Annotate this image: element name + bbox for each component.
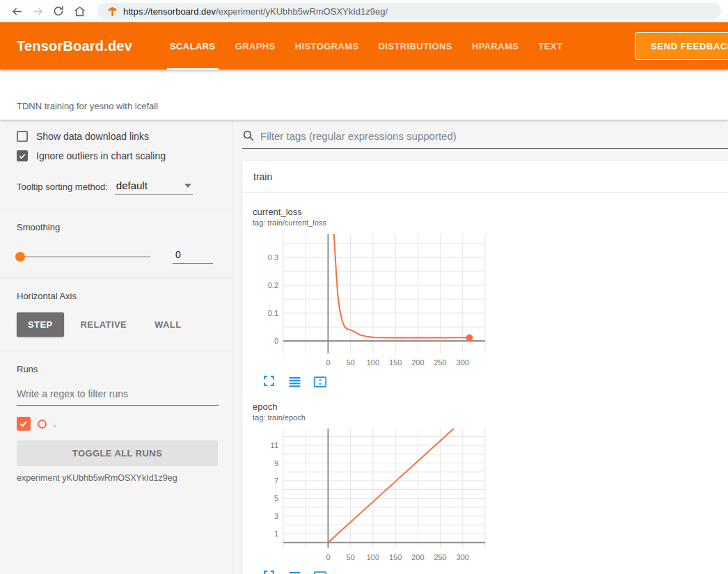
- fit-domain-icon[interactable]: [312, 374, 327, 389]
- run-name: .: [54, 419, 56, 429]
- tooltip-sorting-label: Tooltip sorting method:: [17, 182, 108, 195]
- fit-domain-icon[interactable]: [312, 569, 327, 574]
- svg-text:9: 9: [274, 459, 278, 468]
- smoothing-value[interactable]: 0: [173, 249, 213, 264]
- horizontal-axis-label: Horizontal Axis: [17, 291, 219, 301]
- smoothing-slider[interactable]: [17, 256, 150, 257]
- svg-text:5: 5: [274, 494, 278, 502]
- tab-histograms[interactable]: HISTOGRAMS: [285, 22, 369, 70]
- run-color-swatch: [38, 420, 47, 429]
- section-header-train[interactable]: train: [242, 161, 728, 193]
- svg-text:11: 11: [271, 441, 278, 449]
- svg-text:200: 200: [411, 553, 424, 561]
- svg-text:0.1: 0.1: [268, 309, 278, 317]
- run-checkbox[interactable]: [17, 417, 31, 431]
- chart-plot-current_loss[interactable]: 05010015020025030000.10.20.3: [253, 231, 486, 372]
- horizontal-axis-buttons: STEPRELATIVEWALL: [17, 312, 219, 337]
- svg-text:50: 50: [347, 553, 355, 561]
- svg-text:300: 300: [457, 358, 469, 367]
- forward-icon[interactable]: [31, 4, 45, 18]
- run-row[interactable]: .: [17, 417, 219, 431]
- svg-text:0: 0: [326, 553, 330, 561]
- svg-text:100: 100: [367, 553, 379, 561]
- runs-label: Runs: [17, 364, 219, 374]
- send-feedback-button[interactable]: SEND FEEDBACK: [635, 32, 728, 60]
- tab-graphs[interactable]: GRAPHS: [225, 22, 285, 70]
- show-download-links-row[interactable]: Show data download links: [17, 131, 219, 142]
- fullscreen-icon[interactable]: [262, 374, 277, 389]
- url-text: https://tensorboard.dev/experiment/yKUbh…: [123, 6, 388, 17]
- tab-distributions[interactable]: DISTRIBUTIONS: [369, 22, 462, 70]
- svg-text:100: 100: [367, 358, 379, 367]
- url-host: https://tensorboard.dev: [123, 6, 216, 17]
- svg-text:300: 300: [457, 553, 469, 561]
- main-area: train current_losstag: train/current_los…: [233, 120, 728, 574]
- svg-text:50: 50: [347, 358, 355, 367]
- show-download-links-label: Show data download links: [36, 131, 149, 142]
- search-icon: [242, 129, 255, 142]
- app-header: TensorBoard.dev SCALARSGRAPHSHISTOGRAMSD…: [0, 22, 728, 70]
- svg-text:250: 250: [434, 358, 446, 367]
- back-icon[interactable]: [10, 4, 24, 18]
- fullscreen-icon[interactable]: [262, 569, 277, 574]
- experiment-title: TDNN training for yesno with icefall: [0, 101, 158, 120]
- chart-title: current_loss: [253, 207, 492, 217]
- settings-sidebar: Show data download links Ignore outliers…: [0, 120, 233, 574]
- chart-toolbar: [253, 374, 492, 389]
- sidebar-divider: [0, 278, 232, 278]
- svg-text:150: 150: [389, 553, 402, 561]
- smoothing-label: Smoothing: [17, 222, 219, 232]
- url-bar[interactable]: https://tensorboard.dev/experiment/yKUbh…: [97, 3, 721, 19]
- axis-option-wall[interactable]: WALL: [143, 312, 192, 337]
- svg-text:0.3: 0.3: [268, 253, 278, 262]
- chart-current_loss: current_losstag: train/current_loss05010…: [253, 207, 492, 389]
- chart-epoch: epochtag: train/epoch0501001502002503001…: [253, 401, 492, 574]
- toggle-all-runs-button[interactable]: TOGGLE ALL RUNS: [17, 440, 218, 466]
- svg-text:3: 3: [274, 512, 278, 520]
- ignore-outliers-label: Ignore outliers in chart scaling: [36, 150, 166, 161]
- browser-toolbar: https://tensorboard.dev/experiment/yKUbh…: [0, 0, 728, 22]
- tooltip-sorting-select[interactable]: default: [115, 180, 193, 195]
- runs-regex-input[interactable]: [17, 384, 219, 406]
- home-icon[interactable]: [72, 4, 86, 18]
- sidebar-divider: [0, 209, 232, 209]
- train-card: train current_losstag: train/current_los…: [242, 161, 728, 574]
- svg-text:150: 150: [389, 358, 402, 367]
- svg-text:1: 1: [274, 529, 278, 538]
- chart-tag: tag: train/epoch: [253, 413, 492, 422]
- filter-tags-input[interactable]: [260, 130, 728, 142]
- ignore-outliers-row[interactable]: Ignore outliers in chart scaling: [17, 150, 219, 161]
- series-line-.: [334, 234, 470, 338]
- smoothing-slider-thumb[interactable]: [15, 252, 25, 262]
- axis-option-relative[interactable]: RELATIVE: [70, 312, 139, 337]
- svg-text:200: 200: [411, 358, 424, 367]
- tooltip-sorting-value: default: [116, 180, 148, 191]
- favicon-tensorboard: [107, 6, 118, 17]
- brand-title: TensorBoard.dev: [0, 38, 160, 54]
- svg-text:7: 7: [274, 477, 278, 485]
- svg-text:0: 0: [326, 358, 330, 367]
- tab-hparams[interactable]: HPARAMS: [462, 22, 529, 70]
- ignore-outliers-checkbox[interactable]: [17, 150, 28, 161]
- experiment-id-note: experiment yKUbhb5wRmOSXYkId1z9eg: [17, 473, 219, 483]
- svg-text:250: 250: [434, 553, 446, 561]
- tab-scalars[interactable]: SCALARS: [160, 22, 225, 70]
- charts-grid: current_losstag: train/current_loss05010…: [242, 193, 728, 574]
- sidebar-divider: [0, 351, 232, 351]
- show-download-links-checkbox[interactable]: [17, 131, 28, 142]
- filter-tags-row: [242, 129, 728, 149]
- header-nav: SCALARSGRAPHSHISTOGRAMSDISTRIBUTIONSHPAR…: [160, 22, 572, 70]
- axis-option-step[interactable]: STEP: [17, 312, 64, 337]
- reload-icon[interactable]: [52, 4, 65, 18]
- svg-text:0: 0: [274, 337, 278, 345]
- run-selector-icon[interactable]: [287, 374, 302, 389]
- title-band: TDNN training for yesno with icefall: [0, 70, 728, 120]
- chart-tag: tag: train/current_loss: [253, 218, 492, 227]
- tab-text[interactable]: TEXT: [528, 22, 572, 70]
- url-path: /experiment/yKUbhb5wRmOSXYkId1z9eg/: [216, 6, 388, 17]
- chart-plot-epoch[interactable]: 0501001502002503001357911: [253, 426, 486, 566]
- run-selector-icon[interactable]: [287, 569, 302, 574]
- chevron-down-icon: [184, 184, 191, 188]
- chart-title: epoch: [253, 401, 492, 412]
- svg-text:0.2: 0.2: [268, 281, 278, 289]
